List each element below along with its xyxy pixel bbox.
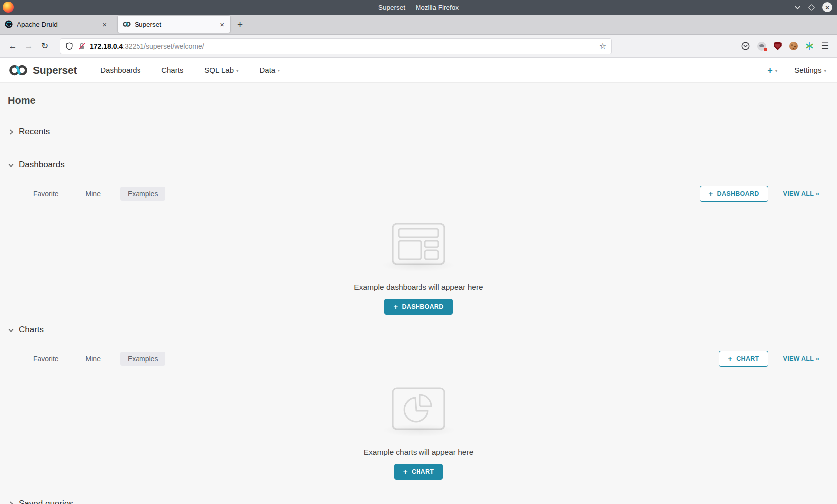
superset-favicon-icon [123, 20, 131, 28]
tab-apache-druid[interactable]: Apache Druid × [0, 16, 113, 33]
druid-favicon-icon [5, 20, 13, 28]
new-dashboard-button[interactable]: + DASHBOARD [700, 186, 768, 202]
view-all-charts-link[interactable]: VIEW ALL » [783, 355, 819, 362]
dashboards-empty-state: Example dashboards will appear here + DA… [0, 209, 837, 315]
caret-down-icon: ▾ [236, 67, 239, 73]
new-item-menu-button[interactable]: + ▾ [767, 66, 777, 75]
back-icon[interactable]: ← [5, 41, 21, 51]
charts-actions: + CHART VIEW ALL » [719, 351, 819, 367]
section-label: Charts [19, 325, 44, 335]
nav-item-data[interactable]: Data▾ [249, 66, 290, 74]
caret-down-icon: ▾ [278, 67, 280, 73]
ublock-origin-icon[interactable] [774, 42, 782, 50]
dashboards-filter-tabs: Favorite Mine Examples [26, 187, 165, 201]
window-title: Superset — Mozilla Firefox [0, 4, 837, 11]
main-nav: Dashboards Charts SQL Lab▾ Data▾ [90, 66, 290, 74]
tab-close-icon[interactable]: × [218, 20, 226, 29]
new-dashboard-button-primary[interactable]: + DASHBOARD [384, 299, 452, 315]
section-label: Dashboards [19, 160, 65, 170]
button-label: CHART [412, 468, 434, 475]
section-label: Saved queries [19, 499, 73, 504]
tab-mine[interactable]: Mine [78, 352, 108, 366]
caret-down-icon: ▾ [824, 67, 826, 73]
tab-label: Apache Druid [17, 21, 100, 28]
shield-icon[interactable] [65, 42, 73, 50]
dashboards-actions: + DASHBOARD VIEW ALL » [700, 186, 819, 202]
extension-icons: ☰ [741, 41, 837, 51]
cookie-extension-icon[interactable] [789, 42, 798, 50]
caret-down-icon: ▾ [775, 67, 778, 73]
tab-favorite[interactable]: Favorite [26, 352, 66, 366]
charts-filter-tabs: Favorite Mine Examples [26, 352, 165, 366]
settings-menu-button[interactable]: Settings ▾ [794, 66, 826, 74]
view-all-dashboards-link[interactable]: VIEW ALL » [783, 190, 819, 197]
tab-close-icon[interactable]: × [100, 20, 109, 29]
welcome-page: Home Recents Dashboards Favorite Mine Ex… [0, 83, 837, 504]
empty-caption: Example charts will appear here [364, 448, 474, 457]
url-host: 172.18.0.4 [90, 42, 123, 50]
minimize-icon[interactable] [794, 5, 801, 10]
plus-icon: + [728, 355, 732, 363]
reload-icon[interactable]: ↻ [37, 41, 53, 51]
plus-icon: + [393, 303, 398, 311]
section-saved-queries-header[interactable]: Saved queries [0, 499, 837, 504]
bookmark-star-icon[interactable]: ☆ [599, 41, 606, 51]
tab-mine[interactable]: Mine [78, 187, 108, 201]
nav-item-sql-lab[interactable]: SQL Lab▾ [194, 66, 249, 74]
charts-empty-state: Example charts will appear here + CHART [0, 374, 837, 480]
section-label: Recents [19, 127, 50, 137]
container-asterisk-icon[interactable] [805, 42, 814, 50]
window-titlebar[interactable]: Superset — Mozilla Firefox × [0, 0, 837, 15]
button-label: DASHBOARD [717, 190, 759, 197]
dashboards-subbar: Favorite Mine Examples + DASHBOARD VIEW … [0, 186, 837, 202]
section-dashboards-header[interactable]: Dashboards [0, 160, 837, 170]
url-path: :32251/superset/welcome/ [123, 42, 204, 50]
superset-infinity-icon [8, 64, 29, 77]
pocket-icon[interactable] [741, 42, 750, 50]
new-chart-button[interactable]: + CHART [719, 351, 768, 367]
plus-icon: + [403, 468, 408, 476]
url-bar[interactable]: 172.18.0.4:32251/superset/welcome/ ☆ [60, 38, 612, 54]
section-charts-header[interactable]: Charts [0, 325, 837, 335]
section-recents-header[interactable]: Recents [0, 127, 837, 137]
superset-logo[interactable]: Superset [8, 64, 77, 77]
chevron-right-icon [8, 501, 15, 504]
maximize-icon[interactable] [809, 5, 814, 10]
icon-shadow [381, 259, 456, 272]
close-window-icon[interactable]: × [822, 2, 832, 12]
empty-caption: Example dashboards will appear here [354, 283, 483, 292]
window-controls: × [794, 2, 837, 12]
tab-favorite[interactable]: Favorite [26, 187, 66, 201]
nav-label: SQL Lab [204, 66, 234, 74]
nav-label: Charts [161, 66, 183, 74]
page-title: Home [0, 83, 837, 106]
icon-shadow [381, 424, 456, 437]
chevron-down-icon [8, 162, 15, 168]
button-label: DASHBOARD [402, 303, 444, 310]
tab-label: Superset [135, 21, 218, 28]
nav-item-dashboards[interactable]: Dashboards [90, 66, 151, 74]
settings-label: Settings [794, 66, 821, 74]
tab-superset[interactable]: Superset × [118, 16, 230, 33]
tab-examples[interactable]: Examples [120, 187, 165, 201]
url-text: 172.18.0.4:32251/superset/welcome/ [90, 42, 599, 50]
new-tab-icon[interactable]: + [237, 19, 243, 30]
proxy-extension-icon[interactable] [757, 42, 766, 51]
nav-label: Dashboards [100, 66, 140, 74]
chevron-right-icon [8, 129, 15, 135]
nav-item-charts[interactable]: Charts [151, 66, 194, 74]
superset-navbar: Superset Dashboards Charts SQL Lab▾ Data… [0, 58, 837, 83]
charts-subbar: Favorite Mine Examples + CHART VIEW ALL … [0, 351, 837, 367]
hamburger-menu-icon[interactable]: ☰ [821, 41, 829, 51]
nav-label: Data [260, 66, 276, 74]
button-label: CHART [736, 355, 759, 362]
plus-icon: + [767, 66, 773, 75]
new-chart-button-primary[interactable]: + CHART [394, 464, 443, 480]
forward-icon[interactable]: → [21, 41, 37, 51]
browser-tab-bar: Apache Druid × Superset × + [0, 15, 837, 35]
tab-examples[interactable]: Examples [120, 352, 165, 366]
brand-name: Superset [33, 64, 77, 76]
navbar-right: + ▾ Settings ▾ [767, 66, 837, 75]
insecure-lock-icon[interactable] [78, 42, 86, 50]
plus-icon: + [709, 190, 713, 198]
